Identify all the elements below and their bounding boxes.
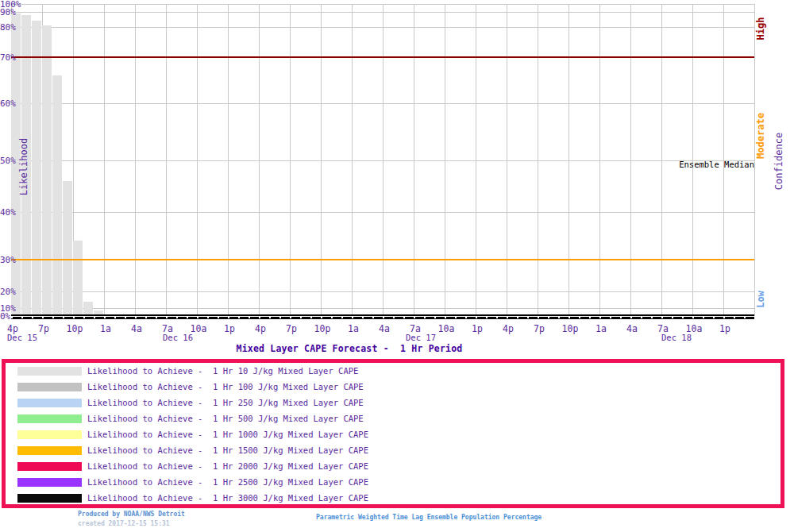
footer-produced-by: Produced by NOAA/NWS Detroit bbox=[78, 511, 185, 518]
likelihood-bar bbox=[42, 25, 52, 316]
y-tick-label: 40% bbox=[0, 207, 16, 218]
v-gridline bbox=[630, 4, 631, 316]
ensemble-median-annotation: Ensemble Median bbox=[679, 160, 754, 169]
likelihood-bar bbox=[63, 181, 72, 316]
legend-label: Likelihood to Achieve - 1 Hr 2500 J/kg M… bbox=[87, 477, 368, 487]
confidence-moderate-label: Moderate bbox=[755, 113, 766, 159]
x-tick-label: 4a bbox=[626, 323, 638, 334]
x-tick-label: 4p bbox=[503, 323, 514, 334]
legend-swatch bbox=[17, 430, 82, 439]
right-axis-title: Confidence bbox=[773, 133, 784, 190]
x-tick-label: 4a bbox=[131, 323, 142, 334]
v-gridline bbox=[383, 4, 384, 316]
chart-title: Mixed Layer CAPE Forecast - 1 Hr Period bbox=[237, 343, 463, 354]
v-gridline bbox=[290, 4, 291, 316]
x-tick-label: 1a bbox=[596, 323, 607, 334]
x-tick-label: 7p bbox=[38, 323, 49, 334]
legend-label: Likelihood to Achieve - 1 Hr 100 J/kg Mi… bbox=[87, 382, 364, 391]
legend-label: Likelihood to Achieve - 1 Hr 2000 J/kg M… bbox=[87, 461, 368, 471]
x-tick-label: 10p bbox=[562, 323, 579, 334]
x-tick-label: 10p bbox=[67, 323, 83, 334]
v-gridline bbox=[661, 4, 662, 316]
y-tick-label: 10% bbox=[0, 303, 16, 314]
confidence-high-label: High bbox=[755, 17, 766, 40]
legend-label: Likelihood to Achieve - 1 Hr 1000 J/kg M… bbox=[87, 430, 368, 439]
y-tick-label: 50% bbox=[0, 156, 16, 166]
v-gridline bbox=[321, 4, 322, 316]
v-gridline bbox=[445, 4, 445, 316]
legend-swatch bbox=[17, 462, 82, 471]
v-gridline bbox=[166, 4, 167, 316]
y-tick-label: 60% bbox=[0, 98, 16, 109]
x-tick-label: 7p bbox=[534, 323, 545, 334]
x-tick-label: 1a bbox=[348, 323, 359, 334]
legend-swatch bbox=[17, 399, 82, 407]
v-gridline bbox=[104, 4, 105, 316]
legend-label: Likelihood to Achieve - 1 Hr 3000 J/kg M… bbox=[87, 493, 368, 503]
likelihood-bar bbox=[73, 241, 83, 316]
y-tick-label: 30% bbox=[0, 255, 16, 265]
footer-method-label: Parametric Weighted Time Lag Ensemble Po… bbox=[316, 514, 542, 521]
v-gridline bbox=[599, 4, 600, 316]
baseline-hour-ticks bbox=[11, 317, 754, 318]
x-tick-label: 1p bbox=[472, 323, 483, 334]
legend-swatch bbox=[17, 414, 82, 423]
legend-swatch bbox=[17, 446, 82, 455]
y-tick-label: 20% bbox=[0, 287, 16, 297]
x-date-label: Dec 17 bbox=[406, 333, 436, 342]
x-date-label: Dec 16 bbox=[163, 333, 193, 342]
v-gridline bbox=[476, 4, 476, 316]
x-tick-label: 1p bbox=[719, 323, 730, 334]
zero-baseline bbox=[11, 314, 754, 319]
legend-label: Likelihood to Achieve - 1 Hr 250 J/kg Mi… bbox=[87, 398, 364, 407]
v-gridline bbox=[228, 4, 229, 316]
reference-line-high bbox=[11, 56, 754, 58]
x-tick-label: 10a bbox=[438, 323, 455, 334]
x-date-label: Dec 15 bbox=[7, 333, 37, 342]
x-tick-label: 4a bbox=[379, 323, 390, 334]
legend-swatch bbox=[17, 494, 82, 503]
y-tick-label: 80% bbox=[0, 22, 16, 33]
plot-area bbox=[0, 0, 794, 322]
v-gridline bbox=[414, 4, 414, 316]
v-gridline bbox=[507, 4, 507, 316]
x-tick-label: 7p bbox=[286, 323, 297, 334]
x-tick-label: 4p bbox=[255, 323, 266, 334]
x-tick-label: 10p bbox=[314, 323, 331, 334]
likelihood-bar bbox=[32, 21, 41, 316]
legend-label: Likelihood to Achieve - 1 Hr 10 J/kg Mix… bbox=[87, 366, 358, 376]
reference-line-moderate bbox=[11, 259, 754, 260]
confidence-low-label: Low bbox=[755, 291, 766, 308]
v-gridline bbox=[569, 4, 569, 316]
cape-forecast-graphic: 0%10%20%30%40%50%60%70%80%90%100% 4p7p10… bbox=[0, 0, 794, 532]
legend-swatch bbox=[17, 367, 82, 376]
y-tick-label: 100% bbox=[0, 0, 21, 10]
v-gridline bbox=[259, 4, 260, 316]
x-tick-label: 1a bbox=[100, 323, 111, 334]
y-tick-label: 70% bbox=[0, 52, 16, 63]
v-gridline bbox=[754, 4, 755, 316]
legend-box: Likelihood to Achieve - 1 Hr 10 J/kg Mix… bbox=[2, 359, 784, 508]
x-date-label: Dec 18 bbox=[661, 333, 692, 342]
v-gridline bbox=[352, 4, 353, 316]
y-axis-title: Likelihood bbox=[18, 138, 29, 195]
v-gridline bbox=[197, 4, 198, 316]
v-gridline bbox=[538, 4, 538, 316]
v-gridline bbox=[135, 4, 136, 316]
legend-swatch bbox=[17, 478, 82, 487]
legend-swatch bbox=[17, 383, 82, 391]
likelihood-bar bbox=[52, 75, 62, 316]
legend-label: Likelihood to Achieve - 1 Hr 1500 J/kg M… bbox=[87, 445, 368, 455]
legend-label: Likelihood to Achieve - 1 Hr 500 J/kg Mi… bbox=[87, 414, 364, 423]
footer-created-timestamp: created 2017-12-15 15:31 bbox=[78, 520, 170, 527]
x-tick-label: 1p bbox=[224, 323, 235, 334]
